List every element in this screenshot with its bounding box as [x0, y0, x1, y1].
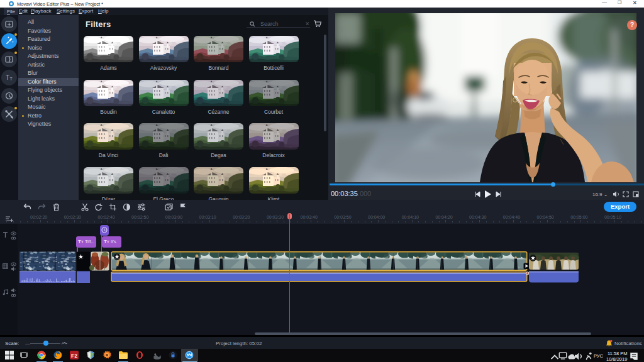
svg-text:T: T	[6, 74, 9, 81]
svg-text:T: T	[10, 77, 13, 81]
svg-text:Fz: Fz	[71, 353, 77, 359]
